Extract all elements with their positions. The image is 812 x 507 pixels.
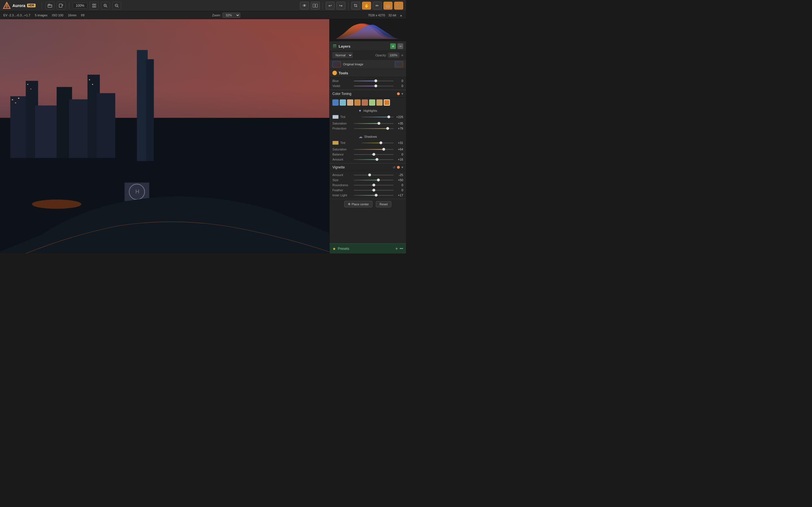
shadows-tint-row: Tint +31 (329, 140, 406, 146)
vignette-size-row: Size +50 (333, 177, 403, 182)
vignette-amount-thumb[interactable] (368, 173, 371, 176)
reset-button[interactable]: Reset (376, 201, 391, 207)
tools-icon (333, 71, 337, 75)
color-toning-dot[interactable] (397, 93, 400, 95)
zoom-out-button[interactable] (112, 2, 121, 10)
presets-add-button[interactable]: + (395, 246, 398, 251)
swatch-2[interactable] (347, 100, 353, 106)
open-button[interactable] (45, 2, 54, 10)
canvas-area[interactable]: H (0, 19, 329, 253)
shadows-tint-track[interactable] (362, 143, 394, 144)
main-area: H (0, 19, 406, 253)
svg-rect-38 (146, 59, 154, 161)
vignette-size-thumb[interactable] (377, 179, 380, 181)
vignette-roundness-track[interactable] (354, 185, 394, 186)
preview-button[interactable]: 👁 (300, 2, 309, 10)
histogram-toggle[interactable]: ▲ (400, 13, 403, 17)
swatch-4[interactable] (362, 100, 368, 106)
vignette-feather-track[interactable] (354, 190, 394, 191)
remove-layer-button[interactable]: − (398, 43, 403, 49)
zoom-in-button[interactable] (101, 2, 110, 10)
zoom-fit-button[interactable] (90, 2, 99, 10)
svg-rect-34 (69, 100, 91, 158)
swatch-5[interactable] (369, 100, 375, 106)
place-center-button[interactable]: ⊕ Place center (344, 201, 372, 207)
redo-button[interactable]: ↪ (336, 2, 345, 10)
vignette-dot[interactable] (397, 166, 400, 169)
right-panel: Layers + − Normal Multiply Screen Overla… (329, 19, 406, 253)
svg-rect-25 (397, 6, 398, 7)
layer-item[interactable]: Original Image (329, 60, 406, 69)
shadows-tint-swatch[interactable] (333, 141, 339, 145)
swatch-0[interactable] (333, 100, 339, 106)
highlights-saturation-thumb[interactable] (377, 122, 380, 125)
presets-menu-button[interactable]: ••• (400, 247, 403, 251)
violet-value: 0 (395, 84, 403, 88)
shadows-tint-thumb[interactable] (379, 142, 382, 144)
highlights-tint-thumb[interactable] (388, 115, 390, 118)
place-center-label: Place center (352, 203, 369, 206)
undo-button[interactable]: ↩ (326, 2, 335, 10)
app-name: Aurora (12, 3, 26, 8)
shadows-saturation-thumb[interactable] (382, 148, 385, 151)
svg-point-39 (32, 200, 81, 209)
svg-rect-37 (137, 50, 147, 161)
vignette-header: Vignette ↺ ▾ (329, 163, 406, 171)
shadows-balance-track[interactable] (354, 154, 394, 155)
highlights-protection-track[interactable] (354, 128, 394, 129)
shadows-balance-thumb[interactable] (372, 153, 375, 156)
tools-title: Tools (339, 71, 403, 75)
violet-slider-track[interactable] (354, 86, 394, 87)
swatch-6[interactable] (376, 100, 383, 106)
svg-rect-52 (333, 45, 336, 45)
vignette-inner-light-row: Inner Light +17 (333, 193, 403, 198)
blue-slider-thumb[interactable] (374, 79, 377, 82)
swatch-3[interactable] (354, 100, 361, 106)
shadows-amount-label: Amount (333, 158, 352, 161)
blend-mode-select[interactable]: Normal Multiply Screen Overlay (333, 52, 353, 58)
action-row: ⊕ Place center Reset (329, 199, 406, 209)
list-icon[interactable]: ≡ (402, 54, 403, 57)
crop-tool-button[interactable] (351, 2, 360, 10)
highlights-tint-track[interactable] (362, 117, 394, 117)
highlights-protection-thumb[interactable] (386, 127, 389, 130)
highlights-tint-value: +226 (395, 115, 403, 119)
shadows-sublabel: ☁ Shadows (329, 133, 406, 140)
zoom-label: Zoom: (212, 13, 221, 17)
shadows-amount-track[interactable] (354, 159, 394, 160)
color-toning-chevron[interactable]: ▾ (402, 92, 403, 96)
vignette-roundness-thumb[interactable] (372, 184, 375, 186)
vignette-chevron[interactable]: ▾ (402, 165, 403, 169)
panel-scroll[interactable]: Layers + − Normal Multiply Screen Overla… (329, 42, 406, 243)
layers-tool-button[interactable] (384, 2, 393, 10)
svg-rect-5 (59, 4, 62, 7)
shadows-amount-value: +16 (395, 158, 403, 161)
vignette-refresh[interactable]: ↺ (393, 166, 395, 169)
develop-button[interactable] (394, 2, 403, 10)
export-button[interactable] (57, 2, 66, 10)
swatch-7[interactable] (384, 100, 390, 106)
blue-slider-track[interactable] (354, 80, 394, 81)
shadows-saturation-label: Saturation (333, 148, 352, 151)
add-layer-button[interactable]: + (390, 43, 396, 49)
highlights-tint-swatch[interactable] (333, 115, 339, 119)
violet-slider-thumb[interactable] (374, 84, 377, 87)
swatch-1[interactable] (340, 100, 346, 106)
vignette-inner-light-thumb[interactable] (375, 194, 377, 196)
hand-tool-button[interactable]: ✋ (362, 2, 371, 10)
opacity-label: Opacity: (375, 54, 387, 57)
zoom-select[interactable]: 32% 50% 100% (222, 13, 240, 18)
app-badge: HDR (27, 4, 36, 7)
layer-thumb (333, 61, 341, 67)
compare-button[interactable] (311, 2, 320, 10)
highlights-saturation-row: Saturation +35 (333, 121, 403, 126)
vignette-inner-light-track[interactable] (354, 195, 394, 196)
vignette-amount-track[interactable] (354, 175, 394, 175)
svg-rect-36 (97, 93, 115, 158)
highlights-saturation-track[interactable] (354, 123, 394, 124)
pen-tool-button[interactable]: ✏ (373, 2, 382, 10)
vignette-size-track[interactable] (354, 180, 394, 180)
shadows-amount-thumb[interactable] (375, 158, 378, 161)
shadows-saturation-track[interactable] (354, 149, 394, 150)
vignette-feather-thumb[interactable] (372, 189, 375, 191)
